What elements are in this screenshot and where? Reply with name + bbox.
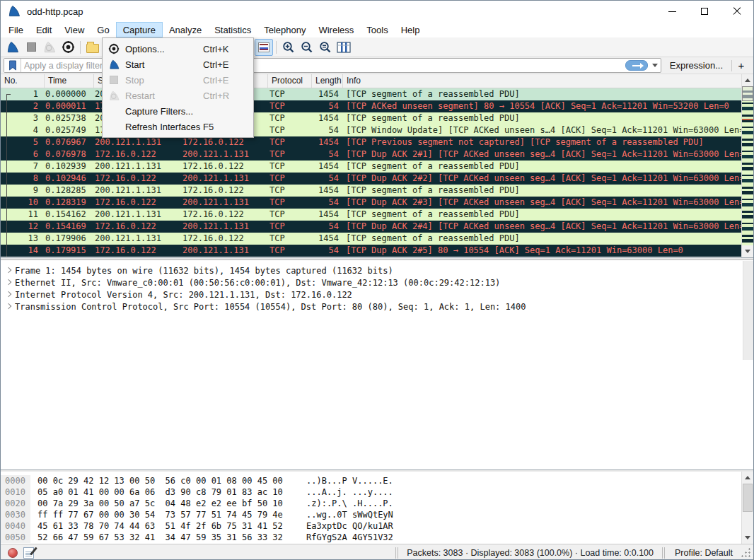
zoom-reset-button[interactable] — [316, 39, 335, 56]
cell-protocol: TCP — [268, 112, 312, 124]
menu-tools[interactable]: Tools — [360, 22, 394, 37]
menu-capture[interactable]: Capture — [116, 22, 163, 37]
cell-length: 54 — [312, 197, 343, 209]
menu-view[interactable]: View — [58, 22, 91, 37]
packet-list-scrollbar[interactable] — [741, 74, 753, 257]
packet-row[interactable]: 130.179906200.121.1.131172.16.0.122TCP14… — [1, 233, 742, 245]
menu-item-stop[interactable]: StopCtrl+E — [103, 72, 253, 88]
packet-bytes-pane: 000000 0c 29 42 12 13 00 50 56 c0 00 01 … — [1, 472, 753, 544]
detail-line[interactable]: Internet Protocol Version 4, Src: 200.12… — [1, 289, 753, 301]
cell-info: [TCP Previous segment not captured] [TCP… — [343, 136, 742, 148]
cell-no: 10 — [1, 197, 45, 209]
cell-time: 0.076967 — [45, 136, 94, 148]
detail-line[interactable]: Transmission Control Protocol, Src Port:… — [1, 301, 753, 313]
packet-row[interactable]: 140.179915172.16.0.122200.121.1.131TCP54… — [1, 245, 742, 257]
packet-row[interactable]: 90.128285200.121.1.131172.16.0.122TCP145… — [1, 185, 742, 197]
add-filter-button[interactable]: + — [732, 59, 750, 71]
cell-source: 200.121.1.131 — [94, 185, 182, 197]
intelligent-scrollbar-minimap[interactable] — [742, 86, 753, 245]
menu-item-restart[interactable]: RestartCtrl+R — [103, 88, 253, 103]
menu-item-capture-filters[interactable]: Capture Filters... — [103, 103, 253, 119]
bytes-scrollbar[interactable] — [741, 472, 753, 544]
detail-line[interactable]: Frame 1: 1454 bytes on wire (11632 bits)… — [1, 265, 753, 277]
cell-no: 9 — [1, 185, 45, 197]
packet-row[interactable]: 120.154169172.16.0.122200.121.1.131TCP54… — [1, 221, 742, 233]
hex-bytes: 00 7a 29 3a 00 50 a7 5c 04 48 e2 e2 ee b… — [30, 498, 306, 509]
menu-help[interactable]: Help — [395, 22, 427, 37]
filter-bookmark-button[interactable] — [4, 59, 21, 72]
cell-no: 12 — [1, 221, 45, 233]
details-scrollbar[interactable] — [743, 261, 753, 360]
menu-file[interactable]: File — [2, 22, 30, 37]
profile-selector[interactable]: Profile: Default — [671, 548, 740, 558]
scroll-up-arrow[interactable] — [742, 472, 753, 484]
column-header-length[interactable]: Length — [312, 74, 343, 88]
packet-row[interactable]: 60.076978172.16.0.122200.121.1.131TCP54[… — [1, 148, 742, 161]
detail-line[interactable]: Ethernet II, Src: Vmware_c0:00:01 (00:50… — [1, 277, 753, 289]
menu-item-shortcut: F5 — [203, 122, 246, 132]
menu-item-options[interactable]: Options...Ctrl+K — [103, 41, 253, 57]
packet-row[interactable]: 50.076967200.121.1.131172.16.0.122TCP145… — [1, 136, 742, 148]
scroll-up-arrow[interactable] — [742, 74, 753, 86]
minimize-button[interactable] — [656, 1, 688, 22]
menu-go[interactable]: Go — [91, 22, 115, 37]
packet-row[interactable]: 70.102939200.121.1.131172.16.0.122TCP145… — [1, 161, 742, 173]
scrollbar-thumb[interactable] — [742, 86, 753, 101]
menu-wireless[interactable]: Wireless — [312, 22, 360, 37]
zoom-out-button[interactable] — [298, 39, 316, 56]
column-header-protocol[interactable]: Protocol — [268, 74, 312, 88]
cell-info: [TCP segment of a reassembled PDU] — [343, 112, 742, 124]
packet-row[interactable]: 110.154162200.121.1.131172.16.0.122TCP14… — [1, 209, 742, 221]
column-header-info[interactable]: Info — [343, 74, 742, 88]
statusbar-separator — [395, 547, 398, 559]
stop-capture-button[interactable] — [22, 39, 40, 56]
open-file-button[interactable] — [83, 39, 102, 56]
hex-line[interactable]: 0030ff ff 77 67 00 00 30 54 73 57 77 51 … — [1, 509, 753, 520]
start-capture-button[interactable] — [4, 39, 22, 56]
expand-chevron-icon[interactable] — [5, 304, 11, 310]
expand-chevron-icon[interactable] — [5, 292, 11, 298]
menu-telephony[interactable]: Telephony — [257, 22, 312, 37]
expand-chevron-icon[interactable] — [5, 268, 11, 274]
capture-options-button[interactable] — [59, 39, 77, 56]
cell-info: [TCP ACKed unseen segment] 80 → 10554 [A… — [343, 100, 742, 112]
menu-analyze[interactable]: Analyze — [163, 22, 208, 37]
hex-ascii: ..wg..0T sWwQtEyN — [306, 509, 393, 520]
capture-comment-icon[interactable] — [23, 547, 34, 559]
expression-button[interactable]: Expression... — [661, 60, 731, 71]
chevron-down-icon — [652, 64, 658, 67]
filter-history-dropdown[interactable] — [649, 59, 661, 72]
menu-statistics[interactable]: Statistics — [208, 22, 257, 37]
cell-length: 1454 — [312, 88, 343, 100]
resize-grip[interactable] — [741, 548, 750, 557]
menu-edit[interactable]: Edit — [30, 22, 58, 37]
hex-line[interactable]: 002000 7a 29 3a 00 50 a7 5c 04 48 e2 e2 … — [1, 498, 753, 509]
packet-row[interactable]: 80.102946172.16.0.122200.121.1.131TCP54[… — [1, 173, 742, 185]
scroll-down-arrow[interactable] — [742, 245, 753, 257]
column-header-no[interactable]: No. — [1, 74, 45, 88]
hex-line[interactable]: 004045 61 33 78 70 74 44 63 51 4f 2f 6b … — [1, 520, 753, 532]
colorize-packets-button[interactable] — [255, 39, 273, 56]
hex-line[interactable]: 001005 a0 01 41 00 00 6a 06 d3 90 c8 79 … — [1, 486, 753, 498]
cell-protocol: TCP — [268, 124, 312, 136]
cell-length: 1454 — [312, 233, 343, 245]
menu-item-refresh-interfaces[interactable]: Refresh InterfacesF5 — [103, 119, 253, 134]
resize-columns-button[interactable] — [335, 39, 353, 56]
apply-filter-button[interactable] — [625, 60, 648, 71]
close-button[interactable] — [721, 1, 753, 22]
triangle-down-icon — [745, 536, 750, 539]
menu-item-start[interactable]: StartCtrl+E — [103, 57, 253, 72]
expert-info-icon[interactable] — [8, 548, 18, 558]
cell-no: 7 — [1, 161, 45, 173]
wireshark-icon — [7, 4, 21, 18]
restart-capture-button[interactable] — [40, 39, 59, 56]
packet-row[interactable]: 100.128319172.16.0.122200.121.1.131TCP54… — [1, 197, 742, 209]
hex-line[interactable]: 005052 66 47 59 67 53 32 41 34 47 59 35 … — [1, 532, 753, 543]
zoom-in-button[interactable] — [279, 39, 298, 56]
hex-line[interactable]: 000000 0c 29 42 12 13 00 50 56 c0 00 01 … — [1, 475, 753, 486]
expand-chevron-icon[interactable] — [5, 280, 11, 286]
column-header-time[interactable]: Time — [45, 74, 94, 88]
scrollbar-thumb[interactable] — [743, 484, 753, 512]
maximize-button[interactable] — [688, 1, 721, 22]
scroll-down-arrow[interactable] — [742, 532, 753, 544]
